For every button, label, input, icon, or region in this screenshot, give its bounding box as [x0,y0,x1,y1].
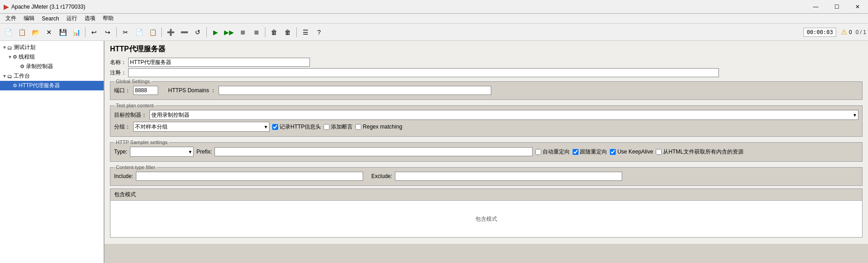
global-settings-box: Global Settings 端口： HTTPS Domains ： [110,79,863,100]
open-button[interactable]: 📂 [29,26,42,39]
auto-redirect-checkbox[interactable] [535,149,541,155]
tree-item-http-proxy[interactable]: ⚙ HTTP代理服务器 [0,81,104,90]
record-http-label[interactable]: 记录HTTP信息头 [272,123,321,131]
list-button[interactable]: ☰ [299,26,312,39]
tree-expand-thread-group: ▼ [7,55,13,60]
add-assertion-text: 添加断言 [331,123,353,131]
run-no-pause-button[interactable]: ▶▶ [223,26,235,39]
auto-redirect-text: 自动重定向 [543,148,570,156]
close-menu-button[interactable]: ✕ [43,26,55,39]
follow-redirect-checkbox[interactable] [573,149,579,155]
keep-alive-checkbox[interactable] [610,149,616,155]
expand-button[interactable]: ➕ [164,26,177,39]
tree-label-http-proxy: HTTP代理服务器 [19,82,60,89]
app-title: Apache JMeter (3.1 r1770033) [11,4,864,10]
copy-button[interactable]: 📄 [133,26,145,39]
auto-redirect-label[interactable]: 自动重定向 [535,148,570,156]
exclude-input[interactable] [395,172,622,181]
run-button[interactable]: ▶ [209,26,222,39]
undo-button[interactable]: ↩ [88,26,100,39]
https-input[interactable] [219,86,491,95]
group-label: 分组： [114,123,130,131]
include-pattern-header: 包含模式 [110,189,862,201]
comment-input[interactable] [128,68,719,77]
target-select[interactable]: 使用录制控制器 [150,110,858,120]
group-select-wrapper: 不对样本分组 ▼ [133,122,269,132]
add-assertion-label[interactable]: 添加断言 [324,123,353,131]
collapse-button[interactable]: ➖ [178,26,190,39]
template-button[interactable]: 📋 [15,26,28,39]
http-sampler-box: HTTP Sampler settings Type: ▼ Prefix: 自动… [110,139,863,162]
name-input[interactable] [128,58,310,67]
include-pattern-table-header: 包含模式 [475,215,497,223]
group-select[interactable]: 不对样本分组 [133,122,269,132]
tree-label-workbench: 工作台 [14,72,30,80]
tree-label-test-plan: 测试计划 [14,44,35,51]
get-html-resources-checkbox[interactable] [656,149,662,155]
shutdown-button[interactable]: ⏹ [250,26,263,39]
clear-all-button[interactable]: 🗑 [281,26,294,39]
add-assertion-checkbox[interactable] [324,124,329,130]
keep-alive-text: Use KeepAlive [617,149,653,155]
saveas-button[interactable]: 📊 [70,26,83,39]
help-button[interactable]: ? [313,26,325,39]
tree-item-recording-controller[interactable]: ⚙ 录制控制器 [0,62,104,71]
tree-icon-workbench: 🗂 [7,74,12,79]
window-controls: — ☐ ✕ [805,0,868,14]
menu-file[interactable]: 文件 [2,14,20,23]
reset-button[interactable]: ↺ [191,26,204,39]
tree-label-recording: 录制控制器 [26,63,53,70]
tree-expand-test-plan: ▼ [2,45,7,50]
minimize-button[interactable]: — [805,0,826,14]
tree-label-thread-group: 线程组 [19,53,35,61]
menu-search[interactable]: Search [38,15,63,23]
content-filter-legend: Content-type filter [114,164,157,170]
cut-button[interactable]: ✂ [119,26,132,39]
follow-redirect-text: 跟随重定向 [580,148,607,156]
tree-item-workbench[interactable]: ▼ 🗂 工作台 [0,71,104,81]
maximize-button[interactable]: ☐ [826,0,847,14]
http-sampler-row: Type: ▼ Prefix: 自动重定向 [114,147,858,157]
regex-matching-text: Regex matching [363,124,402,130]
exclude-label: Exclude: [371,173,392,179]
content-filter-row: Include: Exclude: [114,172,858,181]
timer-display: 00:00:03 [803,28,836,37]
tree-item-test-plan[interactable]: ▼ 🗂 测试计划 [0,43,104,52]
include-input[interactable] [136,172,363,181]
save-button[interactable]: 💾 [56,26,69,39]
tree-icon-http-proxy: ⚙ [13,83,17,89]
get-html-resources-label[interactable]: 从HTML文件获取所有内含的资源 [656,148,743,156]
menu-run[interactable]: 运行 [63,14,81,23]
follow-redirect-label[interactable]: 跟随重定向 [573,148,607,156]
keep-alive-label[interactable]: Use KeepAlive [610,149,653,155]
target-select-wrapper: 使用录制控制器 ▼ [150,110,858,120]
close-button[interactable]: ✕ [847,0,868,14]
type-select-wrapper: ▼ [130,147,194,157]
port-input[interactable] [133,86,158,95]
paste-button[interactable]: 📋 [146,26,159,39]
record-http-text: 记录HTTP信息头 [279,123,321,131]
stop-button[interactable]: ⏹ [236,26,249,39]
regex-matching-label[interactable]: Regex matching [355,124,402,130]
type-label: Type: [114,149,127,155]
menu-edit[interactable]: 编辑 [20,14,38,23]
comment-label: 注释： [110,69,126,77]
main-layout: ▼ 🗂 测试计划 ▼ ⚙ 线程组 ⚙ 录制控制器 ▼ 🗂 工作台 ⚙ HTTP代… [0,41,868,263]
record-http-checkbox[interactable] [272,124,278,130]
global-settings-legend: Global Settings [114,79,152,84]
include-pattern-section: 包含模式 包含模式 [110,189,863,238]
type-select[interactable] [130,147,194,157]
tree-icon-thread-group: ⚙ [13,54,17,60]
group-row: 分组： 不对样本分组 ▼ 记录HTTP信息头 添加断言 [114,122,858,132]
tree-icon-recording: ⚙ [20,64,25,69]
new-button[interactable]: 📄 [2,26,15,39]
prefix-input[interactable] [215,147,533,156]
clear-button[interactable]: 🗑 [268,26,280,39]
regex-matching-checkbox[interactable] [355,124,361,130]
content-main: HTTP代理服务器 名称： 注释： Global Settings 端口： HT… [105,41,868,244]
warning-count: 0 [849,29,852,35]
menu-help[interactable]: 帮助 [99,14,117,23]
menu-options[interactable]: 选项 [81,14,99,23]
redo-button[interactable]: ↪ [101,26,114,39]
tree-item-thread-group[interactable]: ▼ ⚙ 线程组 [0,52,104,62]
